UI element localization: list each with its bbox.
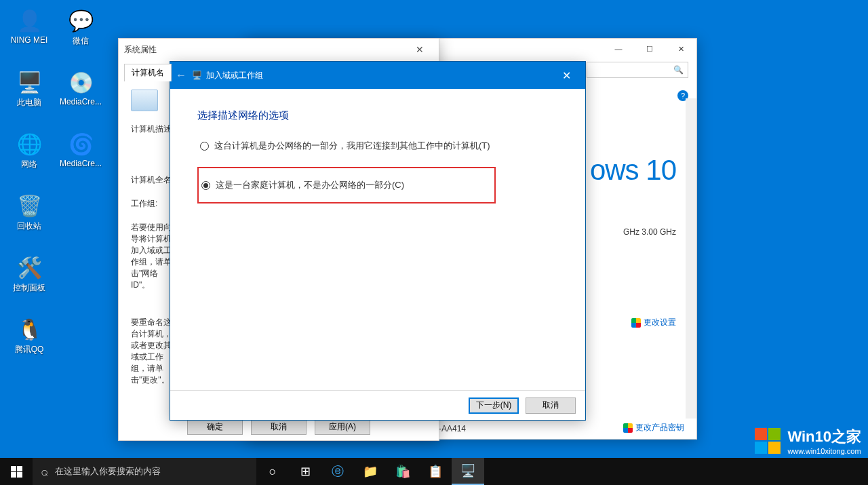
wizard-body: 选择描述网络的选项 这台计算机是办公网络的一部分，我用它连接到其他工作中的计算机… xyxy=(170,89,585,390)
shield-icon xyxy=(631,318,641,328)
wizard-title: 🖥️ 加入域或工作组 xyxy=(192,70,553,81)
close-button[interactable]: ✕ xyxy=(665,39,696,59)
cortana-button[interactable]: ○ xyxy=(256,458,289,485)
search-icon xyxy=(41,465,48,479)
disc-icon: 💿 xyxy=(66,67,96,97)
ie-icon: 🌀 xyxy=(66,129,96,159)
change-product-key-link[interactable]: 更改产品密钥 xyxy=(623,422,684,433)
product-id: -AA414 xyxy=(439,424,466,433)
desktop-icon-ningmei[interactable]: 👤NING MEI xyxy=(5,5,53,47)
wizard-heading: 选择描述网络的选项 xyxy=(197,109,558,122)
radio-office-network[interactable]: 这台计算机是办公网络的一部分，我用它连接到其他工作中的计算机(T) xyxy=(197,138,558,153)
computer-icon xyxy=(131,90,158,111)
wechat-icon: 💬 xyxy=(66,5,96,35)
radio-label: 这是一台家庭计算机，不是办公网络的一部分(C) xyxy=(216,179,404,191)
taskbar-control-panel[interactable]: 🖥️ xyxy=(452,458,484,485)
scrollbar[interactable] xyxy=(686,98,696,419)
taskbar-edge[interactable]: ⓔ xyxy=(321,458,354,485)
desktop-icon-thispc[interactable]: 🖥️此电脑 xyxy=(5,67,53,109)
watermark-url: www.win10xitong.com xyxy=(787,447,861,455)
watermark-title: Win10之家 xyxy=(787,427,861,447)
network-icon: 🌐 xyxy=(14,129,44,159)
join-domain-wizard: ← 🖥️ 加入域或工作组 ✕ 选择描述网络的选项 这台计算机是办公网络的一部分，… xyxy=(170,61,586,421)
wizard-footer: 下一步(N) 取消 xyxy=(170,390,585,420)
radio-icon xyxy=(200,142,209,151)
desktop-icon-mediacre2[interactable]: 🌀MediaCre... xyxy=(57,129,104,170)
desktop-icon-recyclebin[interactable]: 🗑️回收站 xyxy=(5,191,53,232)
search-placeholder: 在这里输入你要搜索的内容 xyxy=(55,465,161,478)
taskbar-search[interactable]: 在这里输入你要搜索的内容 xyxy=(33,458,256,485)
desktop-icons: 👤NING MEI 💬微信 🖥️此电脑 💿MediaCre... 🌐网络 🌀Me… xyxy=(5,5,104,355)
close-button[interactable]: ✕ xyxy=(553,69,580,82)
desktop-icon-wechat[interactable]: 💬微信 xyxy=(57,5,104,47)
wizard-header[interactable]: ← 🖥️ 加入域或工作组 ✕ xyxy=(170,62,585,89)
watermark: Win10之家 www.win10xitong.com xyxy=(755,427,861,455)
radio-label: 这台计算机是办公网络的一部分，我用它连接到其他工作中的计算机(T) xyxy=(214,140,490,152)
props-title: 系统属性 xyxy=(124,44,406,56)
ok-button[interactable]: 确定 xyxy=(187,419,243,435)
windows-brand: ows 10 xyxy=(590,154,676,187)
taskbar-explorer[interactable]: 📁 xyxy=(354,458,387,485)
controlpanel-icon: 🛠️ xyxy=(14,252,44,282)
desktop-icon-qq[interactable]: 🐧腾讯QQ xyxy=(5,314,53,355)
radio-icon xyxy=(201,181,210,190)
minimize-button[interactable]: — xyxy=(603,39,634,59)
radio-home-computer[interactable]: 这是一台家庭计算机，不是办公网络的一部分(C) xyxy=(197,167,496,203)
taskbar-store[interactable]: 🛍️ xyxy=(387,458,419,485)
maximize-button[interactable]: ☐ xyxy=(634,39,665,59)
props-titlebar[interactable]: 系统属性 ✕ xyxy=(119,39,439,60)
change-settings-link[interactable]: 更改设置 xyxy=(631,317,676,328)
desktop-icon-controlpanel[interactable]: 🛠️控制面板 xyxy=(5,252,53,294)
cancel-button[interactable]: 取消 xyxy=(251,419,307,435)
qq-icon: 🐧 xyxy=(14,314,44,344)
cancel-button[interactable]: 取消 xyxy=(526,397,576,414)
shield-icon xyxy=(623,423,633,433)
desktop-icon-mediacre1[interactable]: 💿MediaCre... xyxy=(57,67,104,109)
trash-icon: 🗑️ xyxy=(14,191,44,220)
desktop-icon-network[interactable]: 🌐网络 xyxy=(5,129,53,170)
taskbar-app1[interactable]: 📋 xyxy=(419,458,452,485)
wizard-icon: 🖥️ xyxy=(192,71,202,80)
start-button[interactable] xyxy=(0,458,33,485)
back-button[interactable]: ← xyxy=(176,69,192,81)
taskbar: 在这里输入你要搜索的内容 ○ ⊞ ⓔ 📁 🛍️ 📋 🖥️ xyxy=(0,458,868,485)
close-button[interactable]: ✕ xyxy=(406,44,433,55)
cpu-info: GHz 3.00 GHz xyxy=(623,227,676,237)
windows-icon xyxy=(11,466,22,478)
search-icon: 🔍 xyxy=(673,65,684,75)
computer-icon: 🖥️ xyxy=(14,67,44,97)
user-icon: 👤 xyxy=(14,5,44,35)
task-view-button[interactable]: ⊞ xyxy=(289,458,321,485)
search-box[interactable]: 🔍 xyxy=(587,62,688,78)
tab-computer-name[interactable]: 计算机名 xyxy=(124,64,172,81)
windows-logo-icon xyxy=(755,428,781,454)
next-button[interactable]: 下一步(N) xyxy=(469,397,519,414)
apply-button[interactable]: 应用(A) xyxy=(315,419,370,435)
